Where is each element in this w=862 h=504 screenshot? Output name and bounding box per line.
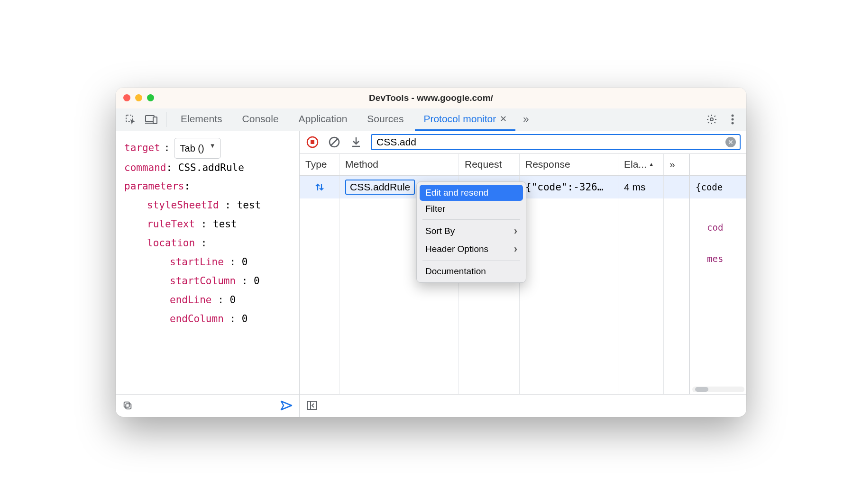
col-method[interactable]: Method	[339, 154, 459, 175]
clear-filter-icon[interactable]: ✕	[725, 137, 736, 147]
ctx-label: Documentation	[425, 266, 486, 277]
svg-rect-3	[153, 117, 157, 124]
tab-label: Console	[242, 113, 279, 125]
horizontal-scrollbar[interactable]	[692, 387, 744, 392]
col-request[interactable]: Request	[459, 154, 520, 175]
col-label: Ela...	[624, 159, 647, 170]
col-type[interactable]: Type	[300, 154, 339, 175]
col-label: Request	[465, 159, 502, 170]
ctx-sort-by[interactable]: Sort By	[420, 222, 523, 240]
cell-elapsed: 4 ms	[618, 176, 664, 198]
tab-label: Sources	[367, 113, 403, 125]
cell-detail: {code	[689, 176, 746, 198]
grid-toolbar: ✕	[300, 131, 746, 154]
filter-input[interactable]	[376, 136, 725, 148]
filter-input-wrapper: ✕	[371, 134, 741, 150]
col-label: Response	[525, 159, 570, 170]
param-value: 0	[242, 256, 248, 268]
tab-sources[interactable]: Sources	[358, 108, 412, 131]
tab-elements[interactable]: Elements	[172, 108, 231, 131]
col-label: Type	[305, 159, 327, 170]
param-key: endColumn	[170, 313, 224, 324]
svg-rect-9	[124, 402, 129, 407]
request-response-arrow-icon	[314, 182, 325, 192]
param-key: startColumn	[170, 275, 236, 287]
ctx-filter[interactable]: Filter	[420, 201, 523, 217]
ctx-label: Filter	[425, 204, 445, 214]
tab-label: Application	[299, 113, 348, 125]
command-value: CSS.addRule	[178, 162, 244, 173]
minimize-window-button[interactable]	[135, 94, 142, 101]
scrollbar-thumb[interactable]	[695, 387, 708, 392]
elapsed-text: 4 ms	[624, 181, 646, 193]
grid-header: Type Method Request Response Ela...▲ »	[300, 154, 746, 176]
parameters-label: parameters	[124, 180, 184, 192]
target-label: target	[124, 139, 160, 158]
cell-type	[300, 176, 339, 198]
download-icon[interactable]	[349, 135, 363, 149]
context-menu: Edit and resend Filter Sort By Header Op…	[416, 181, 526, 283]
clear-icon[interactable]	[327, 135, 341, 149]
tabbar: Elements Console Application Sources Pro…	[116, 108, 746, 131]
copy-icon[interactable]	[122, 400, 133, 411]
tab-label: Protocol monitor	[423, 113, 496, 125]
tab-label: Elements	[181, 113, 222, 125]
param-key: endLine	[170, 294, 212, 306]
col-elapsed[interactable]: Ela...▲	[618, 154, 664, 175]
detail-key: mes	[707, 253, 723, 264]
svg-point-6	[732, 118, 734, 121]
svg-rect-8	[126, 404, 131, 409]
window-title: DevTools - www.google.com/	[116, 93, 746, 103]
param-value: test	[213, 218, 237, 230]
body: target: Tab () command: CSS.addRule para…	[116, 131, 746, 417]
close-tab-icon[interactable]: ✕	[500, 114, 507, 124]
more-tabs-chevron-icon[interactable]: »	[518, 108, 533, 131]
param-key: ruleText	[147, 218, 195, 230]
ctx-label: Edit and resend	[425, 188, 488, 198]
ctx-separator	[422, 219, 520, 220]
traffic-lights	[123, 94, 154, 101]
target-select[interactable]: Tab ()	[174, 138, 221, 159]
detail-text: {code	[696, 182, 723, 192]
command-editor-panel: target: Tab () command: CSS.addRule para…	[116, 131, 300, 417]
inspect-element-icon[interactable]	[121, 108, 139, 131]
send-command-icon[interactable]	[280, 400, 293, 411]
response-text: {"code":-326…	[525, 181, 603, 193]
settings-gear-icon[interactable]	[703, 108, 721, 131]
param-value: 0	[254, 275, 260, 287]
grid-body: CSS.addRule {"sty {"code":-326… 4 ms {co…	[300, 176, 746, 394]
svg-rect-11	[311, 140, 314, 144]
detail-pane[interactable]: cod mes	[689, 198, 746, 394]
col-response[interactable]: Response	[520, 154, 618, 175]
ctx-documentation[interactable]: Documentation	[420, 263, 523, 279]
more-columns-chevron-icon[interactable]: »	[664, 154, 689, 175]
tab-protocol-monitor[interactable]: Protocol monitor ✕	[415, 108, 515, 131]
svg-point-5	[732, 115, 734, 117]
ctx-separator	[422, 261, 520, 261]
cell-response: {"code":-326…	[520, 176, 618, 198]
param-value: 0	[229, 294, 236, 306]
titlebar: DevTools - www.google.com/	[116, 88, 746, 108]
protocol-grid-panel: ✕ Type Method Request Response Ela...▲ »	[300, 131, 746, 417]
record-stop-icon[interactable]	[305, 135, 320, 149]
tab-application[interactable]: Application	[290, 108, 356, 131]
tab-console[interactable]: Console	[234, 108, 287, 131]
command-label: command	[124, 162, 166, 173]
col-label: Method	[345, 159, 378, 170]
method-text: CSS.addRule	[345, 180, 415, 195]
maximize-window-button[interactable]	[147, 94, 154, 101]
param-value: test	[237, 199, 261, 211]
toggle-sidebar-icon[interactable]	[306, 400, 318, 411]
svg-line-13	[330, 138, 338, 146]
close-window-button[interactable]	[123, 94, 130, 101]
param-value: 0	[242, 313, 248, 324]
detail-header	[689, 154, 746, 175]
sort-asc-icon: ▲	[649, 161, 654, 168]
editor-footer	[116, 394, 299, 417]
command-editor[interactable]: target: Tab () command: CSS.addRule para…	[116, 131, 299, 394]
ctx-header-options[interactable]: Header Options	[420, 240, 523, 258]
device-toolbar-icon[interactable]	[142, 108, 160, 131]
ctx-edit-resend[interactable]: Edit and resend	[420, 185, 523, 201]
kebab-menu-icon[interactable]	[724, 108, 742, 131]
param-key: startLine	[170, 256, 224, 268]
